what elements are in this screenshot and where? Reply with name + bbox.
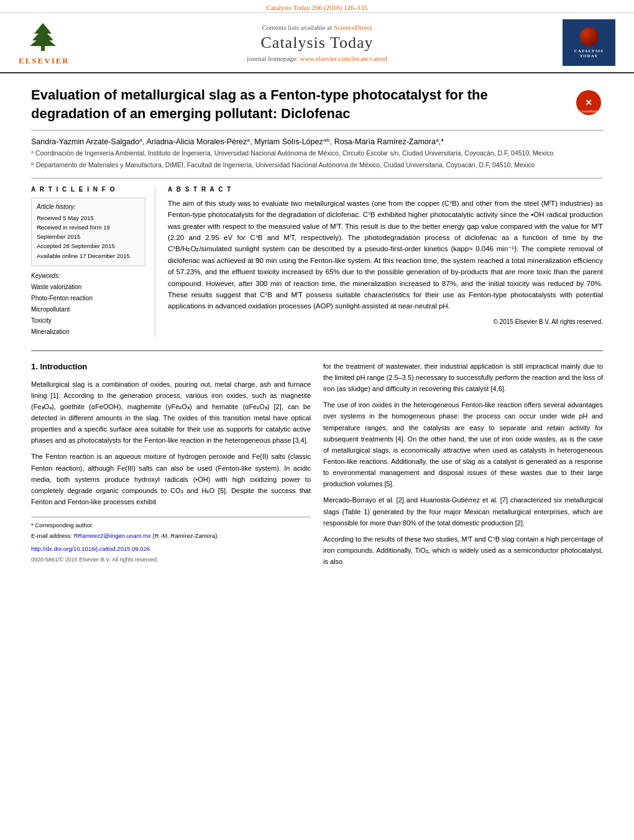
- crossmark-icon: ✕ CrossMark: [575, 89, 603, 117]
- elsevier-wordmark: ELSEVIER: [19, 56, 70, 66]
- journal-top-bar: Catalysis Today 266 (2016) 126–135: [0, 0, 634, 13]
- catalysis-label: CATALYSIS TODAY: [565, 48, 613, 58]
- affiliation-a: ᵃ Coordinación de Ingeniería Ambiental, …: [31, 149, 603, 159]
- article-info-column: A R T I C L E I N F O Article history: R…: [31, 186, 155, 338]
- info-abstract-section: A R T I C L E I N F O Article history: R…: [31, 178, 603, 338]
- doi-line: http://dx.doi.org/10.1016/j.cattod.2015.…: [31, 544, 311, 553]
- affiliation-b: ᵇ Departamento de Materiales y Manufactu…: [31, 160, 603, 170]
- doi-link[interactable]: http://dx.doi.org/10.1016/j.cattod.2015.…: [31, 545, 150, 552]
- body-col-right: for the treatment of wastewater, their i…: [323, 361, 603, 572]
- catalysis-logo-area: CATALYSIS TODAY: [541, 19, 615, 66]
- history-title: Article history:: [37, 203, 140, 210]
- email-link[interactable]: RRamirez2@iingen.unam.mx: [74, 532, 151, 539]
- crossmark-area: ✕ CrossMark: [575, 86, 603, 119]
- available-date: Available online 17 December 2015: [37, 251, 140, 261]
- col2-para-4: According to the results of these two st…: [323, 533, 603, 567]
- intro-heading: 1. Introduction: [31, 361, 311, 374]
- body-section: 1. Introduction Metallurgical slag is a …: [31, 350, 603, 572]
- issn-line: 0920-5861/© 2015 Elsevier B.V. All right…: [31, 555, 311, 564]
- keywords-title: Keywords:: [31, 272, 145, 279]
- svg-text:✕: ✕: [585, 98, 592, 108]
- homepage-link[interactable]: www.elsevier.com/locate/cattod: [300, 55, 387, 62]
- authors-line: Sandra-Yazmin Arzate-Salgadoᵃ, Ariadna-A…: [31, 137, 603, 146]
- col2-para-3: Mercado-Borrayo et al. [2] and Huanosta-…: [323, 494, 603, 528]
- affiliations: ᵃ Coordinación de Ingeniería Ambiental, …: [31, 149, 603, 170]
- abstract-column: A B S T R A C T The aim of this study wa…: [168, 186, 603, 338]
- article-info-heading: A R T I C L E I N F O: [31, 186, 145, 193]
- keyword-3: Micropollutant: [31, 304, 145, 315]
- sciencedirect-link[interactable]: ScienceDirect: [334, 24, 372, 31]
- keyword-2: Photo-Fenton reaction: [31, 293, 145, 304]
- article-history-box: Article history: Received 5 May 2015 Rec…: [31, 198, 145, 266]
- col2-para-2: The use of iron oxides in the heterogene…: [323, 399, 603, 489]
- footnote-section: * Corresponding author. E-mail address: …: [31, 517, 311, 564]
- keyword-4: Toxicity: [31, 315, 145, 326]
- copyright-line: © 2015 Elsevier B.V. All rights reserved…: [168, 318, 603, 325]
- intro-para-2: The Fenton reaction is an aqueous mixtur…: [31, 451, 311, 507]
- catalysis-today-logo: CATALYSIS TODAY: [563, 19, 615, 66]
- contents-line: Contents lists available at ScienceDirec…: [93, 24, 541, 31]
- journal-title: Catalysis Today: [93, 34, 541, 52]
- body-col-left: 1. Introduction Metallurgical slag is a …: [31, 361, 311, 572]
- abstract-text: The aim of this study was to evaluate tw…: [168, 198, 603, 312]
- col2-para-1: for the treatment of wastewater, their i…: [323, 361, 603, 394]
- journal-title-area: Contents lists available at ScienceDirec…: [93, 24, 541, 62]
- svg-text:CrossMark: CrossMark: [579, 109, 598, 113]
- elsevier-tree-icon: [19, 20, 68, 54]
- article-title: Evaluation of metallurgical slag as a Fe…: [31, 86, 559, 122]
- keywords-section: Keywords: Waste valorization Photo-Fento…: [31, 272, 145, 338]
- abstract-heading: A B S T R A C T: [168, 186, 603, 193]
- journal-homepage: journal homepage: www.elsevier.com/locat…: [93, 55, 541, 62]
- elsevier-logo: ELSEVIER: [19, 20, 93, 66]
- catalysis-icon: [580, 27, 599, 46]
- corresponding-note: * Corresponding author.: [31, 521, 311, 530]
- journal-citation: Catalysis Today 266 (2016) 126–135: [267, 4, 368, 11]
- keyword-1: Waste valorization: [31, 282, 145, 293]
- article-title-section: Evaluation of metallurgical slag as a Fe…: [31, 86, 603, 131]
- accepted-date: Accepted 28 September 2015: [37, 241, 140, 251]
- keyword-5: Mineralization: [31, 326, 145, 338]
- article-content: Evaluation of metallurgical slag as a Fe…: [0, 73, 634, 584]
- email-note: E-mail address: RRamirez2@iingen.unam.mx…: [31, 532, 311, 540]
- received-date: Received 5 May 2015: [37, 213, 140, 223]
- intro-para-1: Metallurgical slag is a combination of o…: [31, 379, 311, 446]
- received-revised: Received in revised form 19 September 20…: [37, 223, 140, 241]
- journal-header: ELSEVIER Contents lists available at Sci…: [0, 13, 634, 73]
- elsevier-logo-area: ELSEVIER: [19, 20, 93, 66]
